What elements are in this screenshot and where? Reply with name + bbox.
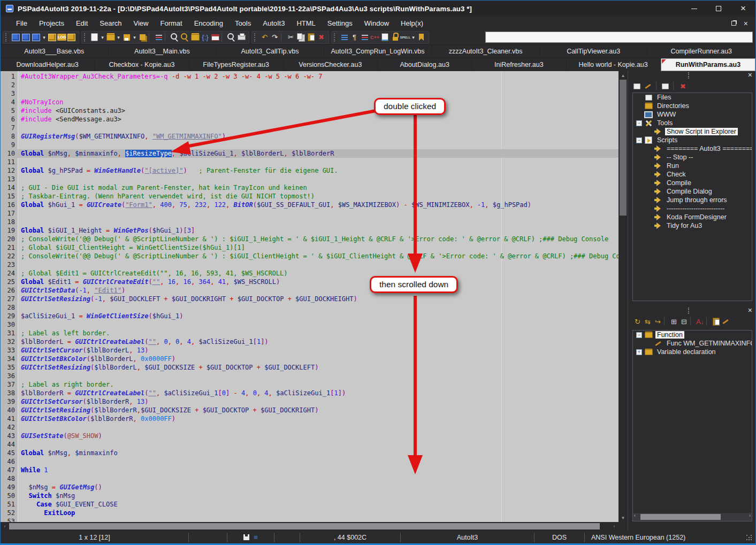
tree-item-function[interactable]: −Function [633,331,752,339]
tree-item-compile[interactable]: Compile [633,179,752,187]
new-entry-icon[interactable] [632,82,641,90]
tree-item-label[interactable]: Run [665,162,681,170]
save-file-icon[interactable] [121,32,132,42]
menu-tools[interactable]: Tools [229,18,257,29]
code-line-24[interactable]: 24; Global $Edit1 = GUICtrlCreateEdit(""… [1,269,618,278]
delete-icon[interactable]: ✖ [316,32,326,42]
code-line-23[interactable]: 23 [1,260,618,269]
tab-hello-world-kopie-au3[interactable]: Hello world - Kopie.au3 [567,58,661,71]
menu-format[interactable]: Format [154,18,188,29]
tree-item-show-script-in-explorer[interactable]: Show Script in Explorer [633,127,752,136]
code-line-37[interactable]: 37; Label as right border. [1,380,618,389]
cpp-highlighter-icon[interactable]: C++ [370,32,380,42]
tab-autoit3-base-vbs[interactable]: AutoIt3___Base.vbs [1,45,109,58]
search-icon[interactable] [170,32,180,42]
code-line-41[interactable]: 41GUICtrlSetBkColor($lblBorderR, 0x0000F… [1,414,618,423]
code-line-5[interactable]: 5#include <GUIConstants.au3> [1,106,618,115]
menu-help-x-[interactable]: Help(x) [395,18,429,29]
project-open-icon[interactable] [21,32,31,42]
drag-handle-icon[interactable] [688,72,689,79]
tree-item-koda-formdesigner[interactable]: Koda FormDesigner [633,213,752,221]
menu-window[interactable]: Window [358,18,395,29]
drag-handle-icon[interactable] [688,308,689,314]
scrollbar-thumb[interactable] [640,514,721,520]
code-line-11[interactable]: 11 [1,158,618,166]
code-line-53[interactable]: 53 [1,517,618,522]
refresh-icon[interactable]: ↻ [632,317,643,327]
code-line-45[interactable]: 45Global $nMsg, $minmaxinfo [1,449,618,457]
project-settings-icon[interactable] [66,32,77,42]
code-line-46[interactable]: 46 [1,457,618,466]
code-line-29[interactable]: 29$aCliSizeGui_1 = WinGetClientSize($hGu… [1,312,618,320]
tree-item-stop[interactable]: -- Stop -- [633,153,752,162]
menu-file[interactable]: File [10,18,33,29]
code-line-19[interactable]: 19Global $iGUI_1_Height = WinGetPos($hGu… [1,226,618,235]
code-line-16[interactable]: 16Global $hGui_1 = GUICreate("Form1", 40… [1,201,618,209]
expand-icon[interactable]: + [636,349,642,355]
status-line-ending[interactable]: DOS [534,533,585,542]
scroll-right-icon[interactable]: › [610,522,618,531]
code-line-3[interactable]: 3 [1,89,618,98]
spell-chevron-icon[interactable]: ▾ [410,32,416,42]
reformat-icon[interactable] [154,32,164,42]
maximize-button[interactable] [706,1,731,17]
tree-item-label[interactable]: Compile Dialog [665,188,714,195]
tree-item-label[interactable]: Show Script in Explorer [665,128,738,135]
toolbar-grip[interactable] [84,33,87,42]
tab-compilerrunner-au3[interactable]: CompilerRunner.au3 [647,45,755,58]
spell-check-icon[interactable]: SPELL [400,32,410,42]
minimize-button[interactable] [682,1,706,17]
code-line-51[interactable]: 51 Case $GUI_EVENT_CLOSE [1,500,618,509]
files-panel-close-icon[interactable]: × [748,71,752,79]
menu-html[interactable]: HTML [291,18,321,29]
bookmark-icon[interactable] [416,32,426,42]
code-line-33[interactable]: 33GUICtrlSetCursor($lblBorderL, 13) [1,346,618,355]
sort-az-icon[interactable]: A↓ [695,317,705,327]
scroll-up-icon[interactable]: ▲ [618,71,628,80]
project-save-icon[interactable] [31,32,41,42]
vscroll-thumb[interactable] [620,80,627,216]
tab-filetypesregister-au3[interactable]: FileTypesRegister.au3 [189,58,284,71]
new-file-chevron-icon[interactable]: ▾ [100,32,105,42]
tab-checkbox-kopie-au3[interactable]: Checkbox - Kopie.au3 [95,58,189,71]
code-line-47[interactable]: 47While 1 [1,466,618,474]
code-line-42[interactable]: 42 [1,423,618,432]
paste-function-icon[interactable] [711,317,721,327]
log-icon[interactable]: LOG [57,34,66,41]
code-line-49[interactable]: 49 $nMsg = GUIGetMsg() [1,483,618,492]
code-line-22[interactable]: 22; ConsoleWrite('@@ Debug(' & @ScriptLi… [1,252,618,260]
open-file-icon[interactable] [105,32,116,42]
menu-search[interactable]: Search [94,18,127,29]
project-add-file-icon[interactable] [47,32,57,42]
tree-item-label[interactable]: Jump through errors [665,196,729,204]
tree-item-autoit3[interactable]: ======== AutoIt3 ======== [633,144,752,153]
tree-item-label[interactable]: Scripts [655,136,679,144]
collapse-icon[interactable]: − [636,120,642,126]
code-line-36[interactable]: 36 [1,372,618,380]
tab-autoit3-calltip-vbs[interactable]: AutoIt3_CallTip.vbs [216,45,324,58]
code-line-34[interactable]: 34GUICtrlSetBkColor($lblBorderL, 0x0000F… [1,355,618,363]
tree-item-www[interactable]: WWW [633,110,752,119]
print-icon[interactable] [236,32,247,42]
tree-item-[interactable]: -------------------------- [633,204,752,213]
tree-item-check[interactable]: Check [633,170,752,179]
toolbar-grip[interactable] [5,33,8,42]
swap-icon[interactable]: ⇆ [643,317,653,327]
mdi-close-button[interactable]: × [744,21,748,26]
tree-item-func-wm-getminmaxinfo-hwnd[interactable]: Func WM_GETMINMAXINFO($hWnd [633,339,752,348]
collapse-icon[interactable]: − [636,332,642,338]
code-line-9[interactable]: 9 [1,141,618,149]
print-preview-icon[interactable] [226,32,236,42]
delete-entry-icon[interactable]: ✖ [678,81,688,91]
tree-item-files[interactable]: Files [633,93,752,102]
code-line-6[interactable]: 6#include <SendMessage.au3> [1,115,618,124]
tree-item-label[interactable]: WWW [655,111,677,118]
goto-function-icon[interactable]: ↪ [653,317,663,327]
expand-all-icon[interactable]: ⊞ [669,317,679,327]
tree-item-tools[interactable]: −Tools [633,119,752,127]
tab-runwithparams-au3[interactable]: RunWithParams.au3 [661,58,755,71]
toolbar-grip[interactable] [254,33,257,42]
code-line-30[interactable]: 30 [1,320,618,329]
code-line-10[interactable]: 10Global $nMsg, $minmaxinfo, $iResizeTyp… [1,149,618,158]
menu-settings[interactable]: Settings [322,18,358,29]
